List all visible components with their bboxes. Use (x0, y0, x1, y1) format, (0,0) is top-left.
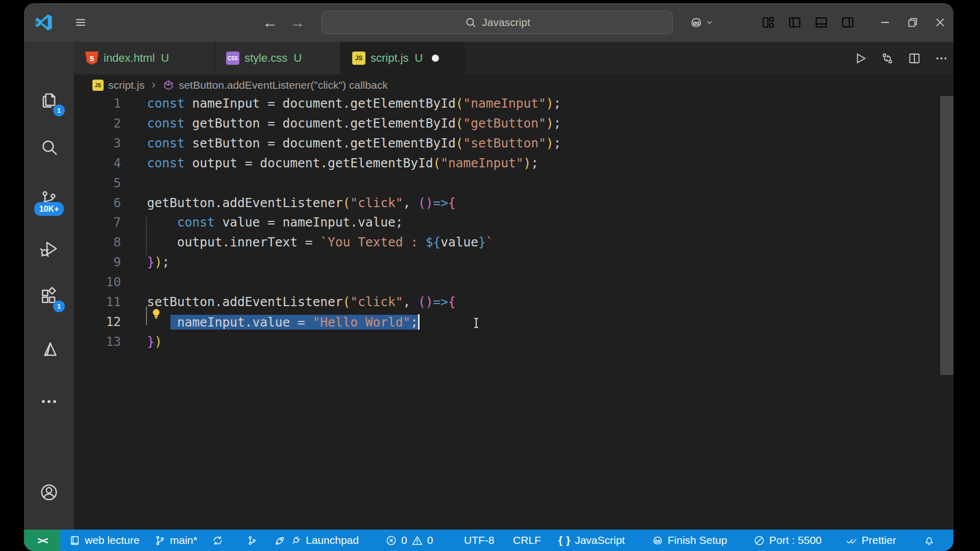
status-eol[interactable]: CRLF (513, 530, 541, 551)
code-line[interactable]: 1const nameInput = document.getElementBy… (74, 96, 953, 116)
line-number[interactable]: 8 (74, 235, 121, 249)
code-line[interactable]: 11setButton.addEventListener("click", ()… (74, 294, 953, 314)
activity-extensions[interactable]: 1 (24, 280, 74, 313)
branch-icon (154, 535, 166, 546)
activity-badge: 1 (53, 105, 65, 116)
line-number[interactable]: 2 (74, 116, 121, 131)
menu-icon[interactable] (69, 3, 92, 42)
close-button[interactable] (929, 3, 951, 42)
activity-source-control[interactable]: 10K+ (24, 182, 74, 215)
code-line[interactable]: 9}); (74, 255, 953, 274)
code-text: }); (147, 255, 169, 269)
line-number[interactable]: 6 (74, 195, 121, 210)
activity-prism-extension[interactable] (24, 333, 74, 367)
tab-style.css[interactable]: CSSstyle.cssU (215, 42, 341, 74)
line-number[interactable]: 3 (74, 136, 121, 151)
copilot-icon (690, 16, 703, 29)
code-line[interactable]: 6getButton.addEventListener("click", ()=… (74, 195, 953, 215)
remote-indicator[interactable]: >< (24, 530, 60, 551)
line-number[interactable]: 1 (74, 96, 121, 111)
code-text: nameInput.value = "Hello World"; (147, 314, 420, 330)
activity-run-and-debug[interactable] (24, 232, 74, 266)
status-encoding[interactable]: UTF-8 (464, 530, 495, 551)
status-launchpad[interactable]: Launchpad (274, 530, 359, 551)
restore-button[interactable] (902, 3, 923, 42)
line-number[interactable]: 13 (74, 334, 121, 349)
status-sync[interactable] (212, 530, 224, 551)
breadcrumb-file[interactable]: script.js (108, 79, 144, 91)
run-file-icon[interactable] (853, 52, 867, 65)
breadcrumb-symbol[interactable]: setButton.addEventListener("click") call… (179, 79, 387, 91)
code-line[interactable]: 10 (74, 274, 953, 294)
text-cursor (418, 314, 420, 330)
open-changes-icon[interactable] (880, 52, 894, 65)
lightbulb-icon[interactable] (150, 307, 163, 321)
scrollbar[interactable] (940, 96, 953, 530)
status-language[interactable]: { }JavaScript (558, 530, 625, 551)
tab-label: index.html (104, 52, 155, 65)
code-text: getButton.addEventListener("click", ()=>… (147, 195, 456, 210)
command-center-search[interactable]: Javascript (322, 11, 673, 34)
vscode-window: ← → Javascript 110K+1⚙ 5index.htmlUCSSst… (24, 3, 953, 551)
status-prettier[interactable]: Prettier (846, 530, 896, 551)
back-arrow-icon[interactable]: ← (260, 3, 280, 42)
toggle-secondary-sidebar-icon[interactable] (841, 15, 855, 30)
activity-explorer[interactable]: 1 (24, 84, 74, 117)
graph-icon (246, 535, 258, 546)
status-label: main* (170, 534, 198, 546)
line-number[interactable]: 9 (74, 255, 121, 269)
status-graph[interactable] (246, 530, 258, 551)
line-number[interactable]: 5 (74, 176, 121, 190)
activity-search[interactable] (24, 131, 74, 164)
customize-layout-icon[interactable] (761, 15, 775, 30)
code-line[interactable]: 8 output.innerText = `You Texted : ${val… (74, 235, 953, 255)
mouse-ibeam-cursor (470, 316, 483, 330)
activity-additional-views[interactable] (24, 385, 74, 418)
unsaved-dot[interactable] (432, 55, 439, 62)
status-label: 0 (401, 534, 407, 546)
code-line[interactable]: 2const getButton = document.getElementBy… (74, 116, 953, 136)
status-label: Port : 5500 (769, 534, 822, 546)
book-icon (69, 535, 81, 546)
more-actions-icon[interactable] (935, 52, 948, 65)
title-bar: ← → Javascript (24, 3, 953, 42)
git-status-badge: U (161, 52, 169, 65)
activity-accounts[interactable] (24, 475, 74, 509)
code-text: setButton.addEventListener("click", ()=>… (147, 294, 456, 309)
code-editor[interactable]: 1const nameInput = document.getElementBy… (74, 96, 953, 530)
copilot-menu[interactable] (685, 3, 717, 42)
line-number[interactable]: 12 (74, 314, 121, 329)
line-number[interactable]: 4 (74, 156, 121, 170)
line-number[interactable]: 10 (74, 274, 121, 289)
double-check-icon (846, 535, 857, 546)
code-line[interactable]: 4const output = document.getElementById(… (74, 156, 953, 176)
code-text: const nameInput = document.getElementByI… (147, 96, 561, 111)
tab-index.html[interactable]: 5index.htmlU (74, 42, 215, 74)
split-editor-icon[interactable] (908, 52, 921, 65)
circle-slash-icon (753, 535, 765, 546)
code-line[interactable]: 13}) (74, 334, 953, 354)
warning-icon (411, 535, 423, 546)
status-branch[interactable]: main* (154, 530, 198, 551)
code-line[interactable]: 5 (74, 176, 953, 195)
scrollbar-thumb[interactable] (940, 96, 953, 375)
code-text: output.innerText = `You Texted : ${value… (147, 235, 494, 249)
code-line[interactable]: 7 const value = nameInput.value; (74, 215, 953, 235)
vscode-logo-icon (32, 3, 55, 42)
code-line[interactable]: 3const setButton = document.getElementBy… (74, 136, 953, 156)
status-notifications[interactable] (923, 530, 935, 551)
toggle-panel-icon[interactable] (814, 15, 828, 30)
status-live-port[interactable]: Port : 5500 (753, 530, 822, 551)
status-workspace[interactable]: web lecture (69, 530, 139, 551)
line-number[interactable]: 11 (74, 294, 121, 309)
forward-arrow-icon[interactable]: → (287, 3, 308, 42)
line-number[interactable]: 7 (74, 215, 121, 230)
sync-icon (212, 535, 224, 546)
status-problems[interactable]: 00 (385, 530, 433, 551)
search-icon (39, 138, 59, 157)
toggle-primary-sidebar-icon[interactable] (788, 15, 802, 30)
status-copilot-setup[interactable]: Finish Setup (652, 530, 727, 551)
code-line[interactable]: 12 nameInput.value = "Hello World"; (74, 314, 953, 334)
tab-script.js[interactable]: JSscript.jsU (341, 42, 464, 74)
minimize-button[interactable] (874, 3, 896, 42)
